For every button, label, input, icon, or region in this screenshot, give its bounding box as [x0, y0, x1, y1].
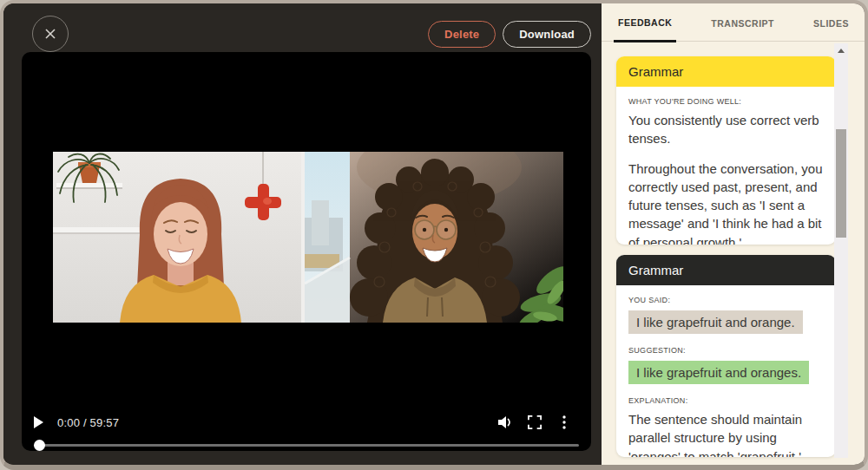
feedback-text: You consistently use correct verb tenses…: [628, 111, 824, 148]
suggestion-label: SUGGESTION:: [628, 346, 824, 355]
doing-well-label: WHAT YOU'RE DOING WELL:: [628, 97, 824, 106]
fullscreen-button[interactable]: [520, 412, 549, 433]
card-title: Grammar: [616, 255, 836, 285]
explanation-label: EXPLANATION:: [628, 396, 824, 405]
scrollbar-thumb[interactable]: [836, 129, 846, 238]
feedback-card-list: Grammar WHAT YOU'RE DOING WELL: You cons…: [602, 42, 865, 465]
explanation-text: The sentence should maintain parallel st…: [628, 410, 824, 457]
you-said-highlight: I like grapefruit and orange.: [628, 310, 803, 334]
scroll-up-button[interactable]: [834, 43, 848, 58]
volume-button[interactable]: [490, 412, 520, 433]
video-frame[interactable]: [53, 152, 563, 323]
delete-button[interactable]: Delete: [428, 21, 496, 48]
tab-slides[interactable]: SLIDES: [809, 3, 853, 41]
more-options-button[interactable]: [549, 412, 579, 433]
you-said-label: YOU SAID:: [628, 296, 824, 304]
video-section: Delete Download: [3, 3, 602, 465]
feedback-card-correction: Grammar YOU SAID: I like grapefruit and …: [616, 255, 836, 457]
video-participant-left: [53, 152, 305, 323]
video-participant-right: [305, 152, 563, 323]
more-options-icon: [562, 415, 567, 430]
tab-feedback[interactable]: FEEDBACK: [614, 3, 676, 42]
seek-bar[interactable]: [34, 439, 579, 451]
scroll-up-icon: [838, 49, 845, 53]
fullscreen-icon: [528, 415, 542, 429]
video-controls: 0:00 / 59:57: [22, 408, 591, 451]
toolbar: Delete Download: [428, 21, 591, 48]
suggestion-highlight: I like grapefruit and oranges.: [628, 361, 809, 384]
tab-bar: FEEDBACK TRANSCRIPT SLIDES CHAT: [602, 3, 865, 42]
close-icon: [43, 27, 57, 41]
feedback-card-positive: Grammar WHAT YOU'RE DOING WELL: You cons…: [616, 56, 836, 245]
time-display: 0:00 / 59:57: [57, 416, 119, 429]
panel-scrollbar[interactable]: [834, 43, 848, 458]
tab-transcript[interactable]: TRANSCRIPT: [707, 3, 779, 41]
close-button[interactable]: [32, 16, 69, 52]
seek-handle[interactable]: [34, 440, 45, 451]
seek-track[interactable]: [34, 444, 579, 447]
feedback-text: Throughout the conversation, you correct…: [628, 160, 824, 245]
download-button[interactable]: Download: [503, 21, 591, 48]
app-window: Delete Download: [0, 0, 868, 470]
video-player[interactable]: 0:00 / 59:57: [22, 52, 591, 451]
feedback-panel: FEEDBACK TRANSCRIPT SLIDES CHAT Grammar …: [602, 3, 865, 465]
volume-icon: [497, 415, 514, 429]
card-title: Grammar: [616, 56, 836, 87]
play-button[interactable]: [34, 416, 43, 428]
